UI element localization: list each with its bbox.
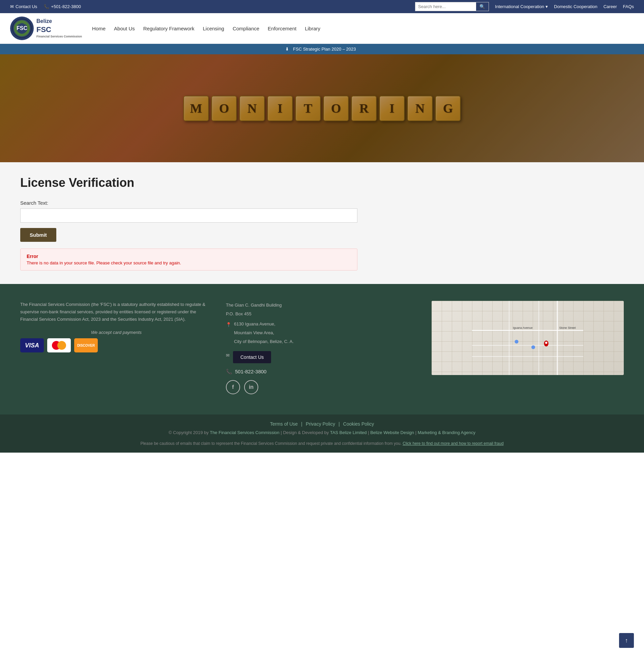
contact-link[interactable]: ✉ Contact Us	[10, 4, 37, 9]
linkedin-button[interactable]: in	[244, 380, 258, 394]
nav-licensing[interactable]: Licensing	[203, 26, 224, 31]
contact-us-button[interactable]: Contact Us	[233, 351, 271, 363]
privacy-link[interactable]: Privacy Policy	[306, 421, 335, 427]
map-placeholder: Iguana Avenue Stone Street	[432, 301, 624, 375]
branding-link[interactable]: Marketing & Branding Agency	[418, 430, 476, 435]
discover-card: DISCOVER	[74, 338, 98, 353]
error-title: Error	[27, 254, 351, 259]
nav-enforcement[interactable]: Enforcement	[268, 26, 296, 31]
chevron-down-icon: ▾	[546, 4, 548, 9]
contact-row: ✉ Contact Us	[226, 351, 418, 363]
strategic-plan-text: FSC Strategic Plan 2020 – 2023	[293, 47, 356, 52]
logo-icon: FSC	[10, 17, 34, 40]
logo-text: Belize FSC Financial Services Commission	[37, 18, 82, 39]
nav-links: Home About Us Regulatory Framework Licen…	[92, 26, 320, 31]
search-button[interactable]: 🔍	[476, 2, 488, 11]
phone-link[interactable]: 📞 +501-822-3800	[44, 4, 81, 9]
footer-about-col: The Financial Services Commission (the '…	[20, 301, 212, 394]
address-line3: 6130 Iguana Avenue,	[234, 320, 294, 328]
nav-home[interactable]: Home	[92, 26, 106, 31]
footer-map: Iguana Avenue Stone Street	[432, 301, 624, 375]
main-content: License Verification Search Text: Submit…	[0, 162, 644, 284]
footer-phone: 501-822-3800	[235, 367, 267, 377]
nav-library[interactable]: Library	[305, 26, 320, 31]
mail-icon: ✉	[226, 351, 230, 360]
location-icon: 📍	[226, 320, 231, 329]
top-bar-left: ✉ Contact Us 📞 +501-822-3800	[10, 4, 81, 9]
cookies-link[interactable]: Cookies Policy	[343, 421, 374, 427]
svg-point-11	[515, 340, 519, 344]
payment-cards: VISA DISCOVER	[20, 338, 212, 353]
copyright-text: © Copyright 2019 by	[168, 430, 209, 435]
int-coop-dropdown[interactable]: International Cooperation ▾	[495, 4, 548, 9]
blue-bar: ⬇ FSC Strategic Plan 2020 – 2023	[0, 44, 644, 54]
footer-contact: The Gian C. Gandhi Building P.O. Box 455…	[226, 301, 418, 394]
error-message: There is no data in your source file. Pl…	[27, 260, 351, 266]
fraud-warning: Please be cautious of emails that claim …	[20, 438, 624, 446]
facebook-button[interactable]: f	[226, 380, 240, 394]
svg-text:FSC: FSC	[17, 25, 27, 31]
design-developed-text: Design & Developed by	[283, 430, 329, 435]
logo-belize: Belize	[37, 18, 82, 25]
search-input[interactable]	[415, 3, 476, 10]
divider1: |	[301, 421, 302, 427]
mastercard-card	[47, 338, 71, 353]
linkedin-icon: in	[249, 382, 254, 392]
address-line2: P.O. Box 455	[226, 310, 418, 318]
logo[interactable]: FSC Belize FSC Financial Services Commis…	[10, 17, 82, 40]
hero-section: M O N I T O R I N G	[0, 54, 644, 162]
phone-row: 📞 501-822-3800	[226, 367, 418, 377]
contact-text: Contact Us	[16, 4, 37, 9]
search-label: Search Text:	[20, 200, 624, 206]
mc-right-circle	[57, 341, 66, 350]
footer-bottom: Terms of Use | Privacy Policy | Cookies …	[0, 414, 644, 453]
main-nav: FSC Belize FSC Financial Services Commis…	[0, 13, 644, 44]
address-lines-345: 6130 Iguana Avenue, Mountain View Area, …	[234, 320, 294, 346]
hero-overlay	[0, 54, 644, 162]
address-line1: The Gian C. Gandhi Building	[226, 301, 418, 310]
website-link[interactable]: Belize Website Design	[370, 430, 414, 435]
terms-link[interactable]: Terms of Use	[270, 421, 298, 427]
career-link[interactable]: Career	[603, 4, 617, 9]
footer-grid: The Financial Services Commission (the '…	[20, 301, 624, 394]
svg-point-15	[545, 342, 548, 344]
svg-text:Iguana Avenue: Iguana Avenue	[513, 326, 533, 330]
footer-map-col: Iguana Avenue Stone Street	[432, 301, 624, 394]
top-bar-right: 🔍 International Cooperation ▾ Domestic C…	[415, 2, 634, 11]
envelope-icon: ✉	[10, 4, 14, 9]
fsc-link[interactable]: The Financial Services Commission	[210, 430, 279, 435]
faqs-link[interactable]: FAQs	[623, 4, 634, 9]
search-bar[interactable]: 🔍	[415, 2, 489, 11]
submit-button[interactable]: Submit	[20, 228, 56, 242]
fraud-link[interactable]: Click here to find out more and how to r…	[402, 441, 503, 446]
int-coop-label: International Cooperation	[495, 4, 544, 9]
divider2: |	[339, 421, 340, 427]
form-section: Search Text: Submit Error There is no da…	[20, 200, 624, 271]
fraud-text: Please be cautious of emails that claim …	[140, 441, 401, 446]
nav-compliance[interactable]: Compliance	[233, 26, 259, 31]
footer-contact-col: The Gian C. Gandhi Building P.O. Box 455…	[226, 301, 418, 394]
phone-text: +501-822-3800	[51, 4, 81, 9]
logo-sub: Financial Services Commission	[37, 35, 82, 39]
tas-link[interactable]: TAS Belize Limited	[330, 430, 367, 435]
address-line5: City of Belmopan, Belize, C. A.	[234, 337, 294, 346]
footer-about-text: The Financial Services Commission (the '…	[20, 301, 212, 323]
payment-label: We accept card payments	[20, 330, 212, 335]
svg-text:Stone Street: Stone Street	[559, 326, 576, 330]
dom-coop-link[interactable]: Domestic Cooperation	[554, 4, 597, 9]
nav-regulatory[interactable]: Regulatory Framework	[143, 26, 194, 31]
divider4: |	[415, 430, 418, 435]
svg-point-12	[531, 345, 535, 349]
copyright: © Copyright 2019 by The Financial Servic…	[20, 430, 624, 435]
mc-circles	[52, 341, 66, 350]
license-search-input[interactable]	[20, 208, 358, 223]
social-row: f in	[226, 380, 418, 394]
map-svg: Iguana Avenue Stone Street	[432, 301, 624, 375]
nav-about[interactable]: About Us	[114, 26, 135, 31]
footer-links: Terms of Use | Privacy Policy | Cookies …	[20, 421, 624, 427]
visa-card: VISA	[20, 338, 44, 353]
phone-footer-icon: 📞	[226, 367, 232, 377]
top-bar: ✉ Contact Us 📞 +501-822-3800 🔍 Internati…	[0, 0, 644, 13]
facebook-icon: f	[232, 382, 234, 392]
address-line4: Mountain View Area,	[234, 328, 294, 337]
